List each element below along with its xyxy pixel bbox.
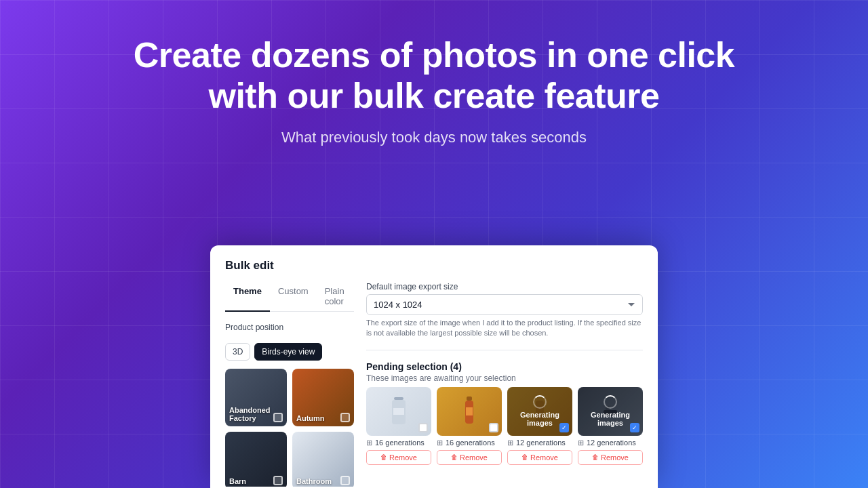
export-size-hint: The export size of the image when I add … <box>366 318 643 339</box>
left-column: Theme Custom Plain color Product positio… <box>225 282 354 487</box>
theme-checkbox-barn[interactable] <box>273 476 283 485</box>
panel-title: Bulk edit <box>225 259 643 272</box>
export-size-section: Default image export size 1024 x 1024 51… <box>366 282 643 339</box>
pending-checkbox-2[interactable] <box>489 423 498 432</box>
gen-info-3: ⊞ 12 generations <box>507 439 572 447</box>
theme-checkbox-bathroom[interactable] <box>340 476 350 485</box>
theme-item-bathroom[interactable]: Bathroom <box>292 432 354 487</box>
theme-label-bathroom: Bathroom <box>296 477 332 485</box>
pending-checkbox-3[interactable] <box>559 423 569 432</box>
pending-checkbox-4[interactable] <box>630 423 639 432</box>
gen-count-3: 12 generations <box>516 439 566 447</box>
list-item: ⊞ 16 generations 🗑 Remove <box>366 387 431 465</box>
position-buttons: 3D Birds-eye view <box>225 343 354 361</box>
svg-rect-0 <box>394 397 403 400</box>
position-birds-eye-button[interactable]: Birds-eye view <box>254 343 322 361</box>
hero-title: Create dozens of photos in one click wit… <box>0 35 868 117</box>
remove-button-2[interactable]: 🗑 Remove <box>437 450 502 465</box>
theme-item-autumn[interactable]: Autumn <box>292 369 354 426</box>
gen-info-2: ⊞ 16 generations <box>437 439 502 447</box>
spinner-icon-4 <box>604 395 617 409</box>
image-count-icon-4: ⊞ <box>578 439 584 447</box>
gen-count-1: 16 generations <box>375 439 425 447</box>
theme-label-barn: Barn <box>229 477 246 485</box>
position-3d-button[interactable]: 3D <box>225 343 250 361</box>
remove-button-1[interactable]: 🗑 Remove <box>366 450 431 465</box>
pending-subtitle: These images are awaiting your selection <box>366 373 643 383</box>
gen-count-4: 12 generations <box>587 439 636 447</box>
theme-label-autumn: Autumn <box>296 414 325 422</box>
image-count-icon-1: ⊞ <box>366 439 372 447</box>
remove-button-4[interactable]: 🗑 Remove <box>578 450 643 465</box>
svg-rect-2 <box>393 408 404 415</box>
list-item: ⊞ 16 generations 🗑 Remove <box>437 387 502 465</box>
svg-rect-3 <box>467 396 472 401</box>
theme-grid: Abandoned Factory Autumn Barn <box>225 369 354 487</box>
image-count-icon-3: ⊞ <box>507 439 513 447</box>
generating-text-3: Generatingimages <box>520 411 559 427</box>
list-item: Generatingimages ⊞ 12 generations <box>507 387 572 465</box>
tab-bar: Theme Custom Plain color <box>225 282 354 312</box>
tab-plain-color[interactable]: Plain color <box>317 282 354 312</box>
trash-icon-4: 🗑 <box>592 453 599 461</box>
right-column: Default image export size 1024 x 1024 51… <box>366 282 643 487</box>
divider <box>366 350 643 350</box>
hero-subtitle: What previously took days now takes seco… <box>0 129 868 146</box>
bulk-edit-panel: Bulk edit Theme Custom Plain color Produ… <box>210 245 658 488</box>
export-size-select[interactable]: 1024 x 1024 512 x 512 2048 x 2048 <box>366 294 643 315</box>
pending-image-3: Generatingimages <box>507 387 572 436</box>
panel-body: Theme Custom Plain color Product positio… <box>225 282 643 487</box>
pending-title: Pending selection (4) <box>366 361 643 372</box>
panel-wrapper: Bulk edit Theme Custom Plain color Produ… <box>210 245 658 488</box>
theme-item-abandoned-factory[interactable]: Abandoned Factory <box>225 369 287 426</box>
pending-image-4: Generatingimages <box>578 387 643 436</box>
pending-checkbox-1[interactable] <box>418 423 428 432</box>
generating-text-4: Generatingimages <box>591 411 630 427</box>
spinner-icon-3 <box>533 395 547 409</box>
trash-icon-3: 🗑 <box>521 453 528 461</box>
theme-checkbox-autumn[interactable] <box>340 413 350 422</box>
remove-button-3[interactable]: 🗑 Remove <box>507 450 572 465</box>
hero-section: Create dozens of photos in one click wit… <box>0 0 868 146</box>
svg-rect-5 <box>466 407 473 415</box>
pending-image-2 <box>437 387 502 436</box>
gen-info-4: ⊞ 12 generations <box>578 439 643 447</box>
pending-image-1 <box>366 387 431 436</box>
pending-section: Pending selection (4) These images are a… <box>366 361 643 465</box>
trash-icon-2: 🗑 <box>451 453 458 461</box>
theme-checkbox-abandoned[interactable] <box>273 413 283 422</box>
gen-count-2: 16 generations <box>446 439 495 447</box>
tab-theme[interactable]: Theme <box>225 282 270 312</box>
pending-grid: ⊞ 16 generations 🗑 Remove <box>366 387 643 465</box>
image-count-icon-2: ⊞ <box>437 439 443 447</box>
list-item: Generatingimages ⊞ 12 generations <box>578 387 643 465</box>
export-size-label: Default image export size <box>366 282 643 291</box>
product-position-label: Product position <box>225 323 354 332</box>
gen-info-1: ⊞ 16 generations <box>366 439 431 447</box>
trash-icon-1: 🗑 <box>380 453 387 461</box>
tab-custom[interactable]: Custom <box>270 282 317 312</box>
theme-item-barn[interactable]: Barn <box>225 432 287 487</box>
